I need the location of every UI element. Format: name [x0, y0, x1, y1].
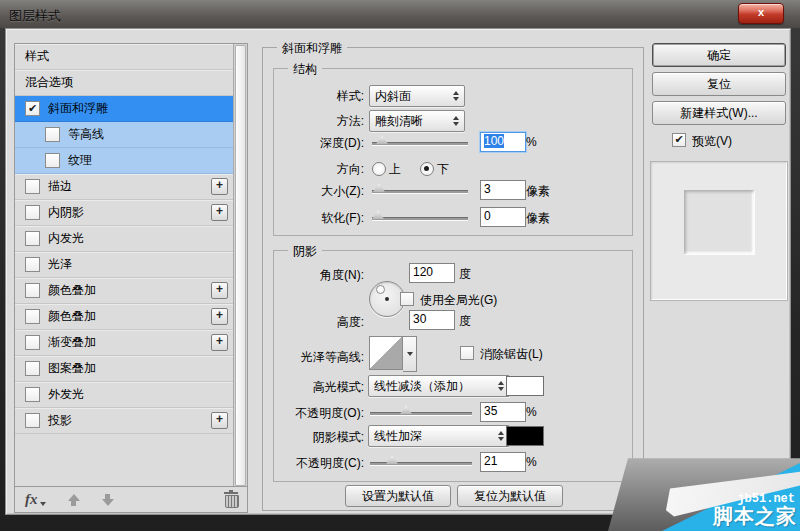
scrollbar-thumb[interactable] — [235, 45, 246, 486]
reset-default-button[interactable]: 复位为默认值 — [457, 485, 563, 507]
effect-checkbox[interactable] — [25, 283, 40, 298]
effect-checkbox[interactable] — [25, 309, 40, 324]
close-icon: x — [758, 6, 764, 18]
sidebar-item-7[interactable]: 内发光 — [15, 226, 234, 252]
size-input[interactable]: 3 — [480, 180, 526, 200]
sidebar-item-1[interactable]: 混合选项 — [15, 70, 234, 96]
effect-checkbox[interactable] — [25, 361, 40, 376]
slider-thumb[interactable] — [400, 405, 412, 414]
make-default-button[interactable]: 设置为默认值 — [345, 485, 451, 507]
bevel-preview-square — [684, 190, 754, 254]
effect-checkbox[interactable] — [25, 231, 40, 246]
new-style-button[interactable]: 新建样式(W)... — [652, 101, 786, 125]
ok-button[interactable]: 确定 — [652, 43, 786, 67]
style-select[interactable]: 内斜面 — [369, 85, 465, 107]
delete-effect-button[interactable] — [225, 494, 237, 506]
sidebar-item-label: 描边 — [48, 178, 72, 195]
technique-label: 方法: — [274, 113, 364, 130]
chevron-updown-icon — [453, 116, 459, 126]
effect-checkbox[interactable]: ✔ — [25, 101, 40, 116]
sidebar-item-2[interactable]: ✔斜面和浮雕 — [15, 96, 234, 122]
slider-thumb[interactable] — [376, 135, 388, 144]
depth-input[interactable]: 100 — [480, 132, 526, 152]
direction-radio-down[interactable] — [420, 162, 434, 176]
sidebar-item-label: 图案叠加 — [48, 360, 96, 377]
preview-checkbox[interactable]: ✔ — [672, 133, 686, 147]
effect-checkbox[interactable] — [45, 127, 60, 142]
add-effect-button[interactable]: + — [211, 178, 228, 195]
depth-slider[interactable] — [372, 142, 468, 146]
direction-up-label: 上 — [389, 161, 401, 178]
add-effect-button[interactable]: + — [211, 204, 228, 221]
slider-thumb[interactable] — [373, 183, 385, 192]
sidebar-item-13[interactable]: 外发光 — [15, 382, 234, 408]
angle-input[interactable]: 120 — [409, 263, 455, 283]
structure-group: 结构 样式: 内斜面 方法: 雕刻清晰 深度(D): 100 % 方向: 上 下… — [273, 68, 633, 236]
sidebar-item-9[interactable]: 颜色叠加+ — [15, 278, 234, 304]
shadow-color-swatch[interactable] — [506, 426, 544, 446]
slider-thumb[interactable] — [386, 455, 398, 464]
effect-checkbox[interactable] — [25, 257, 40, 272]
sidebar-item-0[interactable]: 样式 — [15, 44, 234, 70]
effect-checkbox[interactable] — [45, 153, 60, 168]
soften-slider[interactable] — [372, 217, 468, 221]
highlight-opacity-slider[interactable] — [370, 412, 472, 416]
altitude-unit: 度 — [459, 313, 471, 330]
highlight-color-swatch[interactable] — [506, 376, 544, 396]
window-titlebar: 图层样式 x — [0, 0, 800, 28]
add-effect-button[interactable]: + — [211, 308, 228, 325]
altitude-label: 高度: — [274, 314, 364, 331]
technique-select[interactable]: 雕刻清晰 — [369, 110, 465, 132]
add-effect-button[interactable]: + — [211, 282, 228, 299]
effect-checkbox[interactable] — [25, 413, 40, 428]
watermark-name: 脚本之家 — [713, 503, 797, 530]
sidebar-item-10[interactable]: 颜色叠加+ — [15, 304, 234, 330]
sidebar-item-4[interactable]: 纹理 — [15, 148, 234, 174]
move-up-button[interactable] — [68, 494, 80, 506]
move-down-button[interactable] — [102, 494, 114, 506]
global-light-checkbox[interactable] — [400, 292, 414, 306]
fx-menu-button[interactable]: fx — [25, 491, 38, 508]
sidebar-item-5[interactable]: 描边+ — [15, 174, 234, 200]
sidebar-item-14[interactable]: 投影+ — [15, 408, 234, 434]
shadow-opacity-slider[interactable] — [370, 462, 472, 466]
direction-down-label: 下 — [437, 161, 449, 178]
reset-button[interactable]: 复位 — [652, 72, 786, 96]
sidebar-item-8[interactable]: 光泽 — [15, 252, 234, 278]
add-effect-button[interactable]: + — [211, 412, 228, 429]
effect-checkbox[interactable] — [25, 335, 40, 350]
technique-select-value: 雕刻清晰 — [375, 113, 423, 130]
chevron-updown-icon — [498, 431, 504, 441]
highlight-opacity-input[interactable]: 35 — [480, 402, 526, 422]
effect-checkbox[interactable] — [25, 387, 40, 402]
styles-scrollbar[interactable] — [233, 44, 247, 487]
shadow-opacity-unit: % — [526, 455, 537, 469]
add-effect-button[interactable]: + — [211, 334, 228, 351]
layer-style-dialog: 样式混合选项✔斜面和浮雕等高线纹理描边+内阴影+内发光光泽颜色叠加+颜色叠加+渐… — [5, 28, 791, 515]
effect-checkbox[interactable] — [25, 205, 40, 220]
sidebar-item-label: 样式 — [25, 48, 49, 65]
angle-marker-icon — [376, 285, 385, 294]
sidebar-item-3[interactable]: 等高线 — [15, 122, 234, 148]
anti-alias-checkbox[interactable] — [460, 346, 474, 360]
effect-checkbox[interactable] — [25, 179, 40, 194]
shadow-mode-label: 阴影模式: — [274, 429, 364, 446]
style-label: 样式: — [274, 88, 364, 105]
soften-input[interactable]: 0 — [480, 207, 526, 227]
angle-unit: 度 — [459, 266, 471, 283]
highlight-mode-select[interactable]: 线性减淡（添加） — [368, 375, 510, 397]
direction-radio-up[interactable] — [372, 162, 386, 176]
gloss-contour-thumbnail[interactable] — [369, 336, 403, 370]
sidebar-item-12[interactable]: 图案叠加 — [15, 356, 234, 382]
size-slider[interactable] — [372, 190, 468, 194]
slider-thumb[interactable] — [372, 210, 384, 219]
contour-dropdown-button[interactable] — [403, 336, 417, 372]
shadow-mode-select[interactable]: 线性加深 — [368, 425, 510, 447]
sidebar-item-11[interactable]: 渐变叠加+ — [15, 330, 234, 356]
highlight-mode-label: 高光模式: — [274, 379, 364, 396]
sidebar-item-6[interactable]: 内阴影+ — [15, 200, 234, 226]
altitude-input[interactable]: 30 — [409, 310, 455, 330]
close-button[interactable]: x — [738, 3, 784, 24]
shadow-opacity-input[interactable]: 21 — [480, 452, 526, 472]
highlight-opacity-label: 不透明度(O): — [274, 405, 364, 422]
